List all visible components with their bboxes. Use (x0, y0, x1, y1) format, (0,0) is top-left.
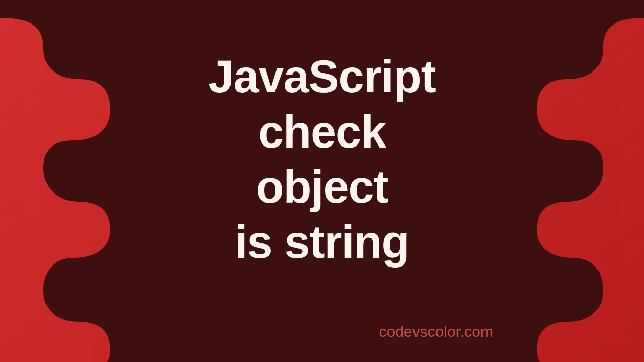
watermark-text: codevscolor.com (379, 323, 493, 341)
banner-canvas: JavaScript check object is string codevs… (0, 0, 644, 362)
title-container: JavaScript check object is string (208, 49, 435, 269)
title-line-2: check (208, 104, 435, 159)
title-text: JavaScript check object is string (208, 49, 435, 269)
title-line-3: object (208, 159, 435, 214)
title-line-1: JavaScript (208, 49, 435, 104)
title-line-4: is string (208, 214, 435, 269)
